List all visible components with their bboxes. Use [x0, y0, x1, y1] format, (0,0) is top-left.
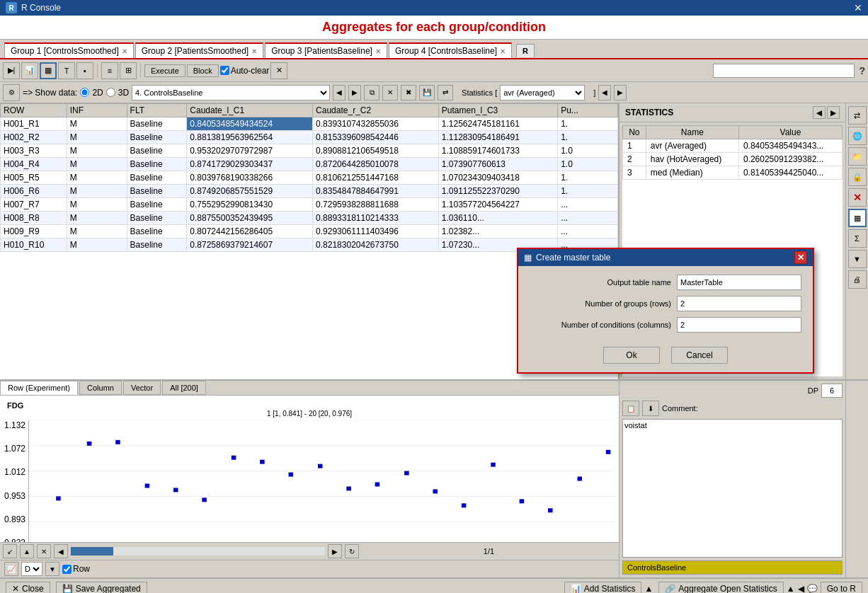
title-close-button[interactable]: ✕ [854, 2, 862, 13]
table-cell[interactable]: 0.8749206857551529 [187, 185, 313, 198]
dialog-ok-button[interactable]: Ok [603, 347, 660, 364]
aggregate-open-button[interactable]: 🔗 Aggregate Open Statistics [658, 582, 783, 593]
table-cell[interactable]: H009_R9 [1, 225, 67, 238]
data-toolbar-settings-icon[interactable]: ⚙ [3, 84, 20, 101]
table-cell[interactable]: 1.073907760613 [438, 158, 557, 171]
table-cell[interactable]: 0.8405348549434524 [187, 117, 313, 131]
go-to-r-button[interactable]: Go to R [821, 582, 862, 593]
table-cell[interactable]: H006_R6 [1, 185, 67, 198]
bottom-icon[interactable]: 📈 [4, 562, 18, 576]
table-cell[interactable]: 0.8039768190338266 [187, 171, 313, 185]
table-cell[interactable]: M [67, 198, 127, 212]
table-cell[interactable]: 1.103577204564227 [438, 198, 557, 212]
table-cell[interactable]: H001_R1 [1, 117, 67, 131]
data-nav-prev[interactable]: ◀ [333, 85, 346, 100]
col-header-inf[interactable]: INF [67, 104, 127, 117]
add-statistics-button[interactable]: 📊 Add Statistics [564, 582, 642, 593]
table-cell[interactable]: Baseline [127, 158, 187, 171]
table-cell[interactable]: 1.0 [558, 144, 618, 158]
delete-icon[interactable]: ✕ [382, 85, 398, 100]
tab-group3-close[interactable]: ✕ [375, 47, 381, 55]
table-cell[interactable]: H007_R7 [1, 198, 67, 212]
table-cell[interactable]: 0.8072442156286405 [187, 225, 313, 238]
lower-tab-vector[interactable]: Vector [123, 381, 161, 395]
dialog-close-button[interactable]: ✕ [794, 251, 807, 264]
save-aggregated-button[interactable]: 💾 Save Aggregated [56, 582, 147, 593]
autoclear-checkbox[interactable] [220, 66, 229, 75]
toolbar-grid-icon[interactable]: ⊞ [120, 62, 137, 79]
table-cell[interactable]: Baseline [127, 131, 187, 144]
table-cell[interactable]: 1. [558, 117, 618, 131]
col-header-flt[interactable]: FLT [127, 104, 187, 117]
toolbar-text-icon[interactable]: T [58, 62, 75, 79]
scroll-up-icon[interactable]: ▲ [20, 544, 34, 558]
output-table-name-input[interactable] [677, 275, 801, 290]
stats-select[interactable]: avr (Averaged) [500, 85, 585, 100]
table-cell[interactable]: M [67, 185, 127, 198]
tab-group2[interactable]: Group 2 [PatientsSmoothed] ✕ [135, 42, 263, 58]
block-button[interactable]: Block [187, 64, 219, 77]
table-cell[interactable]: 0.8393107432855036 [313, 117, 439, 131]
table-cell[interactable]: Baseline [127, 144, 187, 158]
table-cell[interactable]: 0.8218302042673750 [313, 238, 439, 252]
table-cell[interactable]: ... [558, 225, 618, 238]
table-cell[interactable]: M [67, 238, 127, 252]
toolbar-table-icon[interactable]: ▦ [40, 62, 57, 79]
table-cell[interactable]: 1.070234309403418 [438, 171, 557, 185]
table-cell[interactable]: 1. [558, 131, 618, 144]
voistat-textarea[interactable]: voistat [622, 419, 843, 558]
cross-icon[interactable]: ✖ [401, 85, 416, 100]
radio-2d[interactable] [80, 88, 89, 97]
table-cell[interactable]: 0.8354847884647991 [313, 185, 439, 198]
sidebar-icon-2[interactable]: 🌐 [848, 127, 867, 145]
table-cell[interactable]: M [67, 144, 127, 158]
table-cell[interactable]: Baseline [127, 117, 187, 131]
table-cell[interactable]: 1. [558, 171, 618, 185]
sidebar-icon-3[interactable]: 📁 [848, 147, 867, 166]
table-cell[interactable]: 0.8725869379214607 [187, 238, 313, 252]
table-cell[interactable]: 0.9532029707972987 [187, 144, 313, 158]
dataset-select[interactable]: 4. ControlsBaseline [132, 85, 330, 100]
table-cell[interactable]: Baseline [127, 212, 187, 225]
toolbar-graph-icon[interactable]: 📊 [21, 62, 38, 79]
footer-arrow-up[interactable]: ▲ [787, 584, 795, 593]
table-cell[interactable]: ... [558, 198, 618, 212]
tab-group1[interactable]: Group 1 [ControlsSmoothed] ✕ [4, 42, 134, 58]
table-cell[interactable]: 0.8741729029303437 [187, 158, 313, 171]
dp-input[interactable] [821, 384, 843, 398]
scroll-close-icon[interactable]: ✕ [37, 544, 51, 558]
table-cell[interactable]: 1.091125522370290 [438, 185, 557, 198]
stats-panel-next[interactable]: ▶ [827, 106, 840, 119]
table-cell[interactable]: 0.8875500352439495 [187, 212, 313, 225]
sidebar-icon-down[interactable]: ▼ [848, 250, 867, 268]
toolbar-x-icon[interactable]: ✕ [270, 62, 287, 79]
table-cell[interactable]: Baseline [127, 185, 187, 198]
tab-group3[interactable]: Group 3 [PatientsBaseline] ✕ [265, 42, 387, 58]
num-groups-input[interactable] [677, 296, 801, 311]
lower-tab-all[interactable]: All [200] [162, 381, 206, 395]
table-cell[interactable]: H004_R4 [1, 158, 67, 171]
sidebar-icon-sigma[interactable]: Σ [848, 229, 867, 248]
table-cell[interactable]: 0.7552952990813430 [187, 198, 313, 212]
table-cell[interactable]: 1.125624745181161 [438, 117, 557, 131]
stats-nav-prev[interactable]: ◀ [598, 85, 611, 100]
col-header-c2[interactable]: Caudate_r_C2 [313, 104, 439, 117]
table-cell[interactable]: 0.8153396098542446 [313, 131, 439, 144]
comment-icon-1[interactable]: 📋 [622, 401, 639, 416]
table-cell[interactable]: M [67, 171, 127, 185]
sidebar-icon-4[interactable]: 🔒 [848, 168, 867, 186]
table-cell[interactable]: 0.8908812106549518 [313, 144, 439, 158]
table-cell[interactable]: 1.108859174601733 [438, 144, 557, 158]
table-cell[interactable]: Baseline [127, 171, 187, 185]
footer-triangle-up[interactable]: ▲ [644, 584, 653, 593]
close-button[interactable]: ✕ Close [6, 582, 50, 593]
table-cell[interactable]: 0.7295938288811688 [313, 198, 439, 212]
table-cell[interactable]: M [67, 117, 127, 131]
col-header-row[interactable]: ROW [1, 104, 67, 117]
tab-group4-close[interactable]: ✕ [500, 47, 506, 55]
table-cell[interactable]: Baseline [127, 238, 187, 252]
table-cell[interactable]: Baseline [127, 198, 187, 212]
sidebar-icon-1[interactable]: ⇄ [848, 106, 867, 125]
table-cell[interactable]: 0.8813819563962564 [187, 131, 313, 144]
tab-group4[interactable]: Group 4 [ControlsBaseline] ✕ [389, 42, 512, 58]
